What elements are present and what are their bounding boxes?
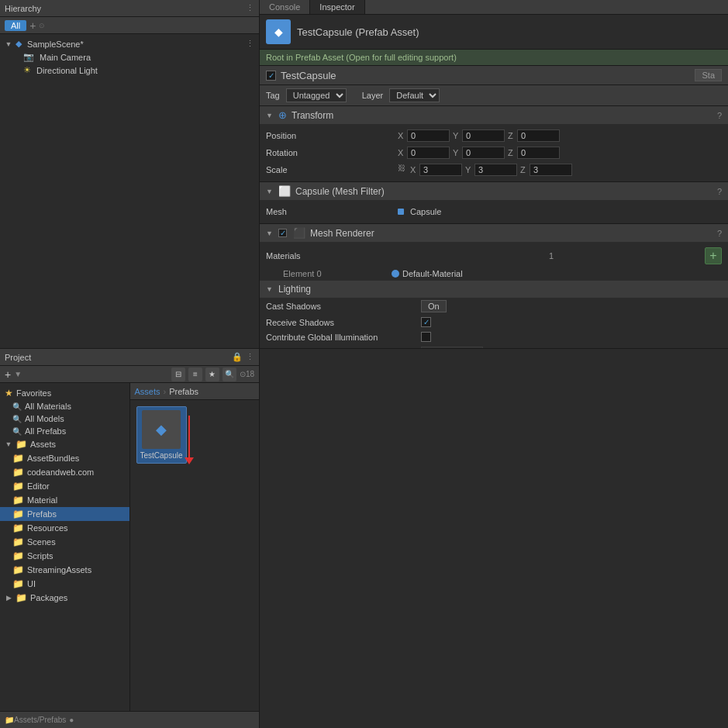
scale-y-label: Y [465,165,473,174]
mesh-renderer-help[interactable]: ? [717,229,722,238]
codeandweb-item[interactable]: 📁 codeandweb.com [0,465,129,479]
scene-name: SampleScene* [27,40,84,49]
scene-arrow: ▼ [5,40,12,48]
editor-item[interactable]: 📁 Editor [0,479,129,493]
tree-view-btn[interactable]: ≡ [188,367,202,381]
transform-help[interactable]: ? [717,111,722,120]
streaming-folder-icon: 📁 [12,564,24,575]
packages-arrow: ▶ [5,594,12,602]
go-header: Sta [260,66,728,85]
all-models-item[interactable]: 🔍 All Models [0,412,129,425]
mesh-label: Mesh [266,207,398,216]
go-static-btn[interactable]: Sta [695,69,722,81]
favorites-item[interactable]: ★ Favorites [0,386,129,400]
test-capsule-asset[interactable]: ◆ TestCapsule [136,406,187,464]
scenes-label: Scenes [27,537,56,547]
prefab-asset-icon: ◆ [156,421,167,438]
mesh-renderer-enabled[interactable] [278,229,287,237]
project-panel: Project 🔒 ⋮ + ▼ ⊟ ≡ ★ 🔍 ⊙18 [0,349,260,728]
editor-folder-icon: 📁 [12,481,24,492]
position-x-input[interactable] [407,129,450,142]
go-name-input[interactable] [281,70,690,81]
position-y-input[interactable] [462,129,505,142]
all-models-label: All Models [25,414,64,423]
breadcrumb-prefabs[interactable]: Prefabs [169,387,198,396]
scale-x-input[interactable] [419,164,462,176]
mesh-dot-icon [398,209,404,215]
position-z-input[interactable] [517,129,560,142]
materials-count: 1 [549,251,554,260]
all-prefabs-item[interactable]: 🔍 All Prefabs [0,425,129,437]
rotation-y-input[interactable] [462,147,505,159]
scene-icon: ◆ [16,39,22,49]
mesh-row: Mesh Capsule [260,203,728,220]
hierarchy-options-icon[interactable]: ⋮ [246,3,254,13]
hierarchy-all-btn[interactable]: All [5,20,26,31]
rotation-label: Rotation [266,148,398,157]
favorite-btn[interactable]: ★ [205,367,219,381]
rotation-x-input[interactable] [407,147,450,159]
position-y-field: Y [453,129,505,142]
material-dot-icon [392,270,399,278]
mesh-filter-title: Capsule (Mesh Filter) [295,186,712,197]
scene-options[interactable]: ⋮ [246,39,254,49]
two-column-view-btn[interactable]: ⊟ [171,367,185,381]
mesh-filter-section: ▼ ⬜ Capsule (Mesh Filter) ? Mesh Capsule [260,182,728,224]
go-active-checkbox[interactable] [266,71,276,81]
hierarchy-add-icon[interactable]: + [29,19,36,32]
prefab-icon: ◆ [266,19,291,44]
material-label: Material [27,495,57,505]
test-capsule-label: TestCapsule [140,451,183,460]
tag-dropdown[interactable]: Untagged [286,88,347,102]
scale-z-input[interactable] [530,164,572,176]
hierarchy-scroll-icon: ⊙ [39,22,45,29]
transform-header[interactable]: ▼ ⊕ Transform ? [260,106,728,124]
receive-shadows-label: Receive Shadows [266,318,421,327]
contrib-gi-row: Contribute Global Illumination [260,329,728,344]
assets-root-item[interactable]: ▼ 📁 Assets [0,437,129,451]
lighting-subheader[interactable]: ▼ Lighting [260,281,728,298]
materials-add-btn[interactable]: + [705,247,722,264]
transform-arrow: ▼ [266,112,274,119]
asset-bundles-item[interactable]: 📁 AssetBundles [0,451,129,465]
streaming-assets-item[interactable]: 📁 StreamingAssets [0,563,129,577]
contrib-gi-checkbox[interactable] [421,332,431,342]
hierarchy-scene-item[interactable]: ▼ ◆ SampleScene* ⋮ [0,37,259,50]
scripts-label: Scripts [27,551,53,561]
hierarchy-camera-item[interactable]: 📷 Main Camera [0,50,259,64]
prefab-symbol: ◆ [274,26,283,38]
add-icon[interactable]: + [5,368,11,381]
material-name: Default-Material [402,269,463,278]
resources-item[interactable]: 📁 Resources [0,521,129,535]
material-item[interactable]: 📁 Material [0,493,129,507]
scenes-item[interactable]: 📁 Scenes [0,535,129,549]
receive-shadows-row: Receive Shadows [260,315,728,329]
packages-item[interactable]: ▶ 📁 Packages [0,591,129,605]
project-options-icon[interactable]: ⋮ [246,352,254,362]
hierarchy-light-item[interactable]: ☀ Directional Light [0,64,259,77]
light-icon: ☀ [23,65,31,75]
rotation-z-input[interactable] [517,147,560,159]
prefabs-item[interactable]: 📁 Prefabs [0,507,129,521]
search-small-icon: 🔍 [12,402,22,411]
mesh-renderer-header[interactable]: ▼ ⬛ Mesh Renderer ? [260,224,728,242]
tab-console[interactable]: Console [260,0,310,14]
layer-dropdown[interactable]: Default [389,88,440,102]
breadcrumb-assets[interactable]: Assets [135,387,160,396]
lock-icon[interactable]: 🔒 [232,352,243,362]
all-materials-item[interactable]: 🔍 All Materials [0,400,129,412]
search-btn[interactable]: 🔍 [223,367,236,381]
scale-y-input[interactable] [474,164,517,176]
scenes-folder-icon: 📁 [12,537,24,547]
mesh-filter-body: Mesh Capsule [260,200,728,223]
scripts-item[interactable]: 📁 Scripts [0,549,129,563]
mesh-filter-help[interactable]: ? [717,187,722,196]
favorites-label: Favorites [16,388,51,398]
down-arrow-icon[interactable]: ▼ [14,370,22,378]
tab-inspector[interactable]: Inspector [310,0,364,14]
rotation-y-field: Y [453,147,505,159]
breadcrumb-bar: Assets › Prefabs [130,383,260,400]
receive-shadows-checkbox[interactable] [421,317,431,327]
mesh-filter-header[interactable]: ▼ ⬜ Capsule (Mesh Filter) ? [260,182,728,200]
ui-item[interactable]: 📁 UI [0,577,129,591]
